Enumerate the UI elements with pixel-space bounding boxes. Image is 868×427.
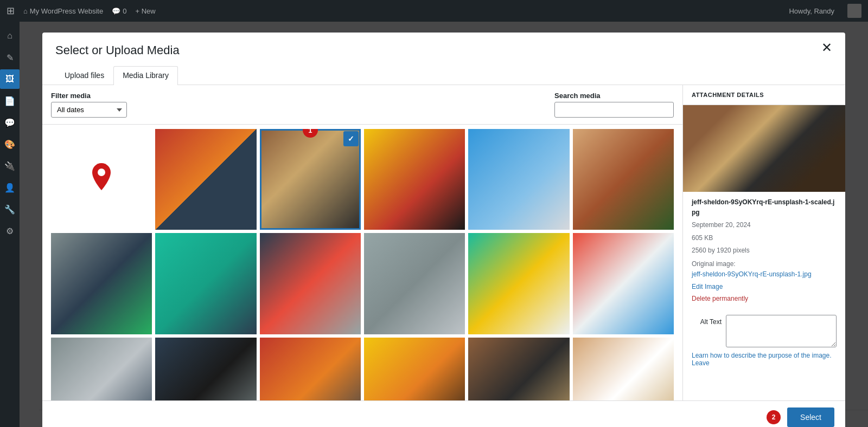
edit-image-link[interactable]: Edit Image [692, 282, 837, 292]
media-item[interactable] [364, 129, 465, 230]
media-item[interactable] [51, 233, 152, 334]
svg-point-0 [98, 169, 105, 176]
media-item[interactable] [468, 233, 569, 334]
attachment-details-header: ATTACHMENT DETAILS [683, 85, 845, 105]
media-area: Filter media All dates September 2024 Au… [42, 85, 682, 400]
media-item[interactable] [51, 129, 152, 230]
alt-text-input[interactable] [726, 315, 837, 347]
modal-close-button[interactable]: ✕ [817, 39, 837, 56]
selection-check-badge: ✓ [343, 131, 359, 146]
attachment-filesize: 605 KB [692, 233, 837, 243]
wp-main-content: Post › Image Select or Upload Media ✕ Up… [20, 22, 868, 427]
admin-bar: ⊞ ⌂ My WordPress Website 💬 0 + New Howdy… [0, 0, 868, 22]
search-media-input[interactable] [554, 102, 674, 118]
tab-media-library[interactable]: Media Library [113, 66, 178, 85]
select-button[interactable]: Select [787, 407, 834, 427]
date-filter-select[interactable]: All dates September 2024 August 2024 [51, 102, 127, 118]
media-item[interactable] [468, 338, 569, 400]
media-item[interactable] [364, 233, 465, 334]
admin-bar-comments[interactable]: 💬 0 [112, 7, 126, 15]
media-item[interactable] [364, 338, 465, 400]
admin-bar-new[interactable]: + New [135, 7, 155, 15]
modal-tabs: Upload files Media Library [55, 66, 832, 85]
media-item[interactable] [468, 129, 569, 230]
media-item[interactable] [573, 233, 674, 334]
home-icon: ⌂ [23, 7, 28, 15]
sidebar-icon-settings[interactable]: ⚙ [0, 221, 20, 241]
sidebar-icon-media[interactable]: 🖼 [0, 69, 20, 89]
media-item[interactable] [155, 129, 256, 230]
media-item[interactable] [155, 233, 256, 334]
media-item-selected[interactable]: 1 ✓ [260, 129, 361, 230]
media-item[interactable] [573, 338, 674, 400]
attachment-original-label: Original image: jeff-sheldon-9SyOKYrq-rE… [692, 259, 837, 280]
filter-group: Filter media All dates September 2024 Au… [51, 92, 127, 118]
alt-text-help-link[interactable]: Learn how to describe the purpose of the… [692, 352, 837, 367]
site-name: My WordPress Website [30, 7, 103, 15]
search-group: Search media [554, 92, 674, 118]
sidebar-icon-comments[interactable]: 💬 [0, 113, 20, 132]
wp-sidebar: ⌂ ✎ 🖼 📄 💬 🎨 🔌 👤 🔧 ⚙ [0, 22, 20, 427]
admin-bar-home[interactable]: ⌂ My WordPress Website [23, 7, 103, 15]
selection-number-badge: 1 [303, 129, 318, 138]
sidebar-icon-users[interactable]: 👤 [0, 178, 20, 197]
modal-header: Select or Upload Media ✕ Upload files Me… [42, 33, 845, 85]
alt-text-label: Alt Text [692, 315, 722, 326]
footer-selection-badge: 2 [767, 410, 781, 424]
new-label: + New [135, 7, 155, 15]
filter-label: Filter media [51, 92, 127, 100]
sidebar-icon-tools[interactable]: 🔧 [0, 199, 20, 219]
comments-count: 0 [123, 7, 126, 15]
modal-title: Select or Upload Media [55, 43, 832, 57]
media-grid-container[interactable]: 1 ✓ [42, 124, 682, 400]
attachment-info: jeff-sheldon-9SyOKYrq-rE-unsplash-1-scal… [683, 192, 845, 309]
sidebar-icon-pages[interactable]: 📄 [0, 91, 20, 111]
tab-upload-files[interactable]: Upload files [55, 66, 113, 85]
admin-layout: ⌂ ✎ 🖼 📄 💬 🎨 🔌 👤 🔧 ⚙ Post › Image Select … [0, 22, 868, 427]
media-item[interactable] [155, 338, 256, 400]
modal-footer: 2 Select [42, 400, 845, 427]
user-greeting: Howdy, Randy [789, 7, 834, 15]
alt-text-row: Alt Text [692, 315, 837, 347]
comments-icon: 💬 [112, 7, 120, 15]
attachment-sidebar: ATTACHMENT DETAILS jeff-sheldon-9SyOKYrq… [682, 85, 845, 400]
media-toolbar: Filter media All dates September 2024 Au… [42, 85, 682, 124]
media-item[interactable] [51, 338, 152, 400]
alt-text-section: Alt Text Learn how to describe the purpo… [683, 309, 845, 372]
attachment-thumbnail [683, 105, 845, 192]
sidebar-icon-posts[interactable]: ✎ [0, 48, 20, 67]
delete-permanently-link[interactable]: Delete permanently [692, 294, 837, 304]
sidebar-icon-plugins[interactable]: 🔌 [0, 156, 20, 176]
attachment-dimensions: 2560 by 1920 pixels [692, 245, 837, 256]
attachment-filename: jeff-sheldon-9SyOKYrq-rE-unsplash-1-scal… [692, 197, 837, 218]
media-item[interactable] [573, 129, 674, 230]
wp-logo-icon[interactable]: ⊞ [7, 5, 15, 17]
modal-body: Filter media All dates September 2024 Au… [42, 85, 845, 400]
attachment-original-link[interactable]: jeff-sheldon-9SyOKYrq-rE-unsplash-1.jpg [692, 269, 837, 280]
sidebar-icon-dashboard[interactable]: ⌂ [0, 26, 20, 46]
user-avatar[interactable] [847, 4, 861, 18]
media-item[interactable] [260, 233, 361, 334]
search-label: Search media [554, 92, 674, 100]
media-item[interactable] [260, 338, 361, 400]
media-grid: 1 ✓ [51, 129, 674, 400]
media-modal: Select or Upload Media ✕ Upload files Me… [42, 33, 845, 427]
modal-overlay: Select or Upload Media ✕ Upload files Me… [20, 22, 868, 427]
sidebar-icon-appearance[interactable]: 🎨 [0, 134, 20, 154]
attachment-date: September 20, 2024 [692, 220, 837, 230]
